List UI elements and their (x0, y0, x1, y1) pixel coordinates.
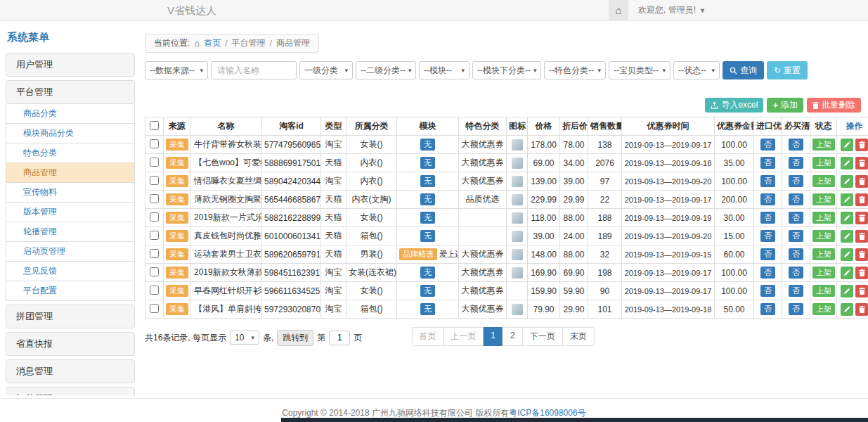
imported-toggle[interactable]: 否 (760, 175, 775, 186)
filter-select[interactable]: --状态--▾ (673, 61, 720, 79)
filter-select[interactable]: --特色分类--▾ (544, 61, 606, 79)
filter-select[interactable]: --数据来源--▾ (145, 61, 208, 79)
sidebar-link[interactable]: 模块商品分类 (6, 124, 135, 143)
sidebar-section[interactable]: 拼团管理 (6, 305, 135, 328)
imported-toggle[interactable]: 否 (760, 303, 775, 314)
row-checkbox[interactable] (150, 267, 159, 276)
delete-button[interactable] (855, 230, 868, 243)
sidebar-link[interactable]: 特色分类 (6, 143, 135, 163)
edit-button[interactable] (841, 193, 853, 206)
status-badge[interactable]: 上架 (812, 139, 835, 150)
delete-button[interactable] (855, 267, 868, 279)
sidebar-link[interactable]: 宣传物料 (6, 183, 135, 203)
row-checkbox[interactable] (150, 231, 159, 240)
jump-button[interactable]: 跳转到 (277, 330, 313, 346)
sidebar-link[interactable]: 意见反馈 (6, 262, 135, 281)
search-button[interactable]: 查询 (723, 61, 764, 79)
must-buy-toggle[interactable]: 否 (789, 267, 803, 278)
edit-button[interactable] (841, 157, 853, 170)
name-search-input[interactable] (211, 61, 297, 79)
edit-button[interactable] (841, 212, 853, 224)
must-buy-toggle[interactable]: 否 (789, 193, 803, 205)
row-checkbox[interactable] (150, 194, 159, 203)
row-checkbox[interactable] (150, 304, 159, 313)
imported-toggle[interactable]: 否 (760, 212, 775, 223)
user-menu[interactable]: 欢迎您, 管理员! ▼ (638, 4, 706, 16)
imported-toggle[interactable]: 否 (760, 248, 775, 260)
row-checkbox[interactable] (150, 139, 159, 148)
imported-toggle[interactable]: 否 (760, 139, 775, 150)
page-button[interactable]: 下一页 (522, 327, 563, 346)
sidebar-section[interactable]: 消息管理 (6, 359, 135, 383)
must-buy-toggle[interactable]: 否 (789, 157, 803, 168)
delete-button[interactable] (855, 303, 868, 316)
page-button[interactable]: 1 (483, 327, 503, 346)
page-button[interactable]: 首页 (411, 327, 443, 346)
row-checkbox[interactable] (150, 249, 159, 258)
status-badge[interactable]: 上架 (812, 212, 835, 223)
sidebar-section[interactable]: 订单管理 (6, 387, 135, 395)
edit-button[interactable] (841, 267, 853, 279)
delete-button[interactable] (855, 139, 868, 151)
breadcrumb-home-link[interactable]: 首页 (204, 37, 221, 49)
row-checkbox[interactable] (150, 176, 159, 185)
must-buy-toggle[interactable]: 否 (789, 212, 803, 223)
row-checkbox[interactable] (150, 212, 159, 222)
status-badge[interactable]: 上架 (812, 193, 835, 205)
delete-button[interactable] (855, 157, 868, 170)
status-badge[interactable]: 上架 (812, 230, 835, 241)
icp-link[interactable]: 粤ICP备16098006号 (509, 408, 585, 418)
must-buy-toggle[interactable]: 否 (789, 303, 803, 314)
must-buy-toggle[interactable]: 否 (789, 230, 803, 241)
sidebar-link[interactable]: 商品管理 (6, 163, 135, 183)
edit-button[interactable] (841, 248, 853, 261)
status-badge[interactable]: 上架 (812, 157, 835, 168)
sidebar-link[interactable]: 轮播管理 (6, 222, 135, 242)
sidebar-section[interactable]: 用户管理 (6, 53, 135, 77)
page-number-input[interactable] (329, 331, 350, 345)
per-page-select[interactable]: 10 ▾ (230, 331, 259, 345)
sidebar-section[interactable]: 省直快报 (6, 332, 135, 356)
filter-select[interactable]: --模块下分类--▾ (472, 61, 541, 79)
imported-toggle[interactable]: 否 (760, 230, 775, 241)
filter-select[interactable]: --二级分类--▾ (356, 61, 416, 79)
page-button[interactable]: 末页 (562, 327, 595, 346)
delete-button[interactable] (855, 175, 868, 188)
select-all-checkbox[interactable] (150, 121, 159, 130)
import-excel-button[interactable]: 导入excel (705, 98, 763, 113)
sidebar-section[interactable]: 平台管理 (6, 80, 135, 104)
sidebar-link[interactable]: 商品分类 (6, 104, 135, 124)
filter-select[interactable]: --模块--▾ (419, 61, 469, 79)
status-badge[interactable]: 上架 (812, 285, 835, 296)
imported-toggle[interactable]: 否 (760, 285, 775, 296)
imported-toggle[interactable]: 否 (760, 193, 775, 205)
imported-toggle[interactable]: 否 (760, 267, 775, 278)
edit-button[interactable] (841, 285, 853, 298)
sidebar-link[interactable]: 平台配置 (6, 281, 135, 301)
page-button[interactable]: 2 (503, 327, 523, 346)
page-button[interactable]: 上一页 (443, 327, 484, 346)
delete-button[interactable] (855, 212, 868, 224)
must-buy-toggle[interactable]: 否 (789, 139, 803, 150)
must-buy-toggle[interactable]: 否 (789, 285, 803, 296)
sidebar-link[interactable]: 启动页管理 (6, 242, 135, 262)
must-buy-toggle[interactable]: 否 (789, 248, 803, 260)
row-checkbox[interactable] (150, 158, 159, 167)
home-button[interactable]: ⌂ (609, 0, 628, 20)
imported-toggle[interactable]: 否 (760, 157, 775, 168)
reset-button[interactable]: ↻ 重置 (767, 61, 808, 79)
filter-select[interactable]: --宝贝类型--▾ (609, 61, 671, 79)
must-buy-toggle[interactable]: 否 (789, 175, 803, 186)
delete-button[interactable] (855, 285, 868, 298)
add-button[interactable]: + 添加 (767, 98, 803, 113)
edit-button[interactable] (841, 139, 853, 151)
filter-select[interactable]: 一级分类▾ (299, 61, 353, 79)
edit-button[interactable] (841, 230, 853, 243)
status-badge[interactable]: 上架 (812, 248, 835, 260)
status-badge[interactable]: 上架 (812, 267, 835, 278)
edit-button[interactable] (841, 303, 853, 316)
status-badge[interactable]: 上架 (812, 175, 835, 186)
row-checkbox[interactable] (150, 286, 159, 295)
sidebar-link[interactable]: 版本管理 (6, 203, 135, 222)
edit-button[interactable] (841, 175, 853, 188)
